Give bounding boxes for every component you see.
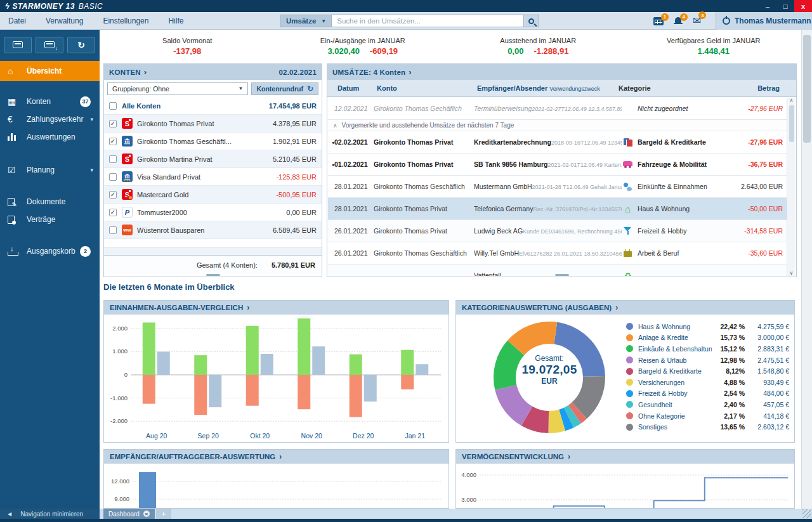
close-tab-icon[interactable]: ×	[143, 511, 150, 517]
umsatz-datum: 26.01.2021	[334, 227, 374, 235]
account-card-button[interactable]	[4, 37, 32, 53]
kategorienauswertung-header[interactable]: KATEGORIENAUSWERTUNG (AUSGABEN)›	[456, 301, 794, 315]
umsatz-betrag: -27,96 EUR	[731, 105, 787, 112]
pending-divider[interactable]: ∧Vorgemerkte und ausstehende Umsätze der…	[328, 120, 787, 131]
legend-item[interactable]: Einkäufe & Lebenshaltung 15,12 % 2.883,3…	[626, 343, 789, 355]
mail-notification[interactable]: ✉3	[693, 15, 701, 27]
legend-item[interactable]: Anlage & Kredite 15,73 % 3.000,00 €	[626, 332, 789, 344]
umsatz-row[interactable]: 12.02.2021 Girokonto Thomas Gechäflich T…	[328, 97, 787, 120]
menu-datei[interactable]: Datei	[0, 16, 37, 25]
calendar-notification[interactable]: 1	[653, 17, 664, 25]
umsatz-kategorie: Arbeit & Beruf	[622, 249, 731, 257]
scroll-up-icon[interactable]: ∧	[790, 98, 794, 103]
einnahmen-ausgaben-header[interactable]: EINNAHMEN-AUSGABEN-VERGLEICH›	[104, 301, 449, 315]
scrollbar-thumb[interactable]	[789, 105, 794, 142]
kontenrundruf-button[interactable]: Kontenrundruf↻	[251, 82, 318, 95]
konten-panel-header[interactable]: KONTEN› 02.02.2021	[104, 64, 322, 80]
account-checkbox[interactable]: ✓	[109, 120, 117, 127]
vermoegensentwicklung-header[interactable]: VERMÖGENSENTWICKLUNG›	[456, 450, 794, 464]
konten-row[interactable]: Alle Konten 17.454,98 EUR	[104, 97, 322, 115]
umsatz-row[interactable]: 26.01.2021 Girokonto Thomas Geschäftlich…	[328, 242, 787, 264]
sync-button[interactable]: ↻	[67, 37, 95, 53]
konten-row[interactable]: S Girokonto Martina Privat 5.210,45 EUR	[104, 150, 322, 168]
legend-item[interactable]: Reisen & Urlaub 12,98 % 2.475,51 €	[626, 355, 789, 366]
konten-row[interactable]: ✓ S Mastercard Gold -500,95 EUR	[104, 186, 322, 204]
legend-item[interactable]: Freizeit & Hobby 2,54 % 484,00 €	[626, 388, 789, 400]
umsatz-row[interactable]: 28.01.2021 Girokonto Thomas Privat Telef…	[328, 198, 787, 220]
account-checkbox[interactable]	[109, 173, 117, 181]
konten-row[interactable]: ✓ Girokonto Thomas Geschäftl... 1.902,91…	[104, 133, 322, 150]
account-checkbox[interactable]: ✓	[109, 209, 117, 216]
account-checkbox[interactable]	[109, 102, 117, 110]
close-button[interactable]: x	[794, 0, 812, 12]
search-input[interactable]	[332, 15, 524, 27]
search-button[interactable]	[524, 15, 539, 27]
umsaetze-scrollbar[interactable]: ∧ ∨	[787, 98, 796, 276]
legend-amount: 2.475,51 €	[745, 356, 789, 364]
count-badge: 2	[80, 246, 91, 257]
legend-item[interactable]: Bargeld & Kreditkarte 8,12% 1.548,80 €	[626, 365, 789, 377]
user-name: Thomas Mustermann	[735, 16, 811, 25]
sidebar-item-label: Auswertungen	[27, 133, 75, 141]
konten-row[interactable]: ww Wüstenrot Bausparen 6.589,45 EUR	[104, 221, 322, 239]
col-konto[interactable]: Konto	[377, 84, 477, 92]
resize-grip-icon[interactable]	[802, 509, 811, 518]
umsatz-row[interactable]: ● 02.02.2021 Girokonto Thomas Privat Kre…	[328, 131, 787, 153]
bell-notification[interactable]: 4	[674, 17, 683, 25]
legend-item[interactable]: Haus & Wohnung 22,42 % 4.275,59 €	[626, 321, 789, 332]
sidebar-item-ausgangskorb[interactable]: Ausgangskorb 2	[0, 242, 100, 260]
umsatz-konto: Girokonto Thomas Privat	[374, 227, 474, 235]
transfer-button[interactable]	[36, 37, 63, 53]
umsaetze-panel-header[interactable]: UMSÄTZE: 4 Konten›	[327, 64, 796, 80]
account-checkbox[interactable]	[109, 226, 117, 234]
user-menu[interactable]: Thomas Mustermann	[716, 12, 812, 30]
konten-row[interactable]: ✓ S Girokonto Thomas Privat 4.378,95 EUR	[104, 115, 322, 133]
empfaenger-auswertung-header[interactable]: EMPFÄNGER/AUFTRAGGEBER-AUSWERTUNG›	[104, 450, 449, 464]
legend-item[interactable]: Versicherungen 4,88 % 930,49 €	[626, 377, 789, 388]
account-balance: 6.589,45 EUR	[273, 226, 317, 234]
tab-dashboard[interactable]: Dashboard ×	[103, 509, 155, 519]
legend-item[interactable]: Gesundheit 2,40 % 457,05 €	[626, 399, 789, 410]
sidebar-item-uebersicht[interactable]: ⌂ Übersicht	[0, 61, 100, 81]
sidebar-item-planung[interactable]: ☑ Planung ▾	[0, 161, 100, 179]
collapse-navigation-button[interactable]: ◀ Navigation minimieren	[0, 509, 100, 519]
sidebar-item-zahlungsverkehr[interactable]: € Zahlungsverkehr ▾	[0, 110, 100, 128]
konten-row[interactable]: ✓ P Tommuster2000 0,00 EUR	[104, 204, 322, 221]
panel-resize-handle[interactable]	[206, 274, 220, 276]
col-datum[interactable]: Datum	[337, 84, 377, 92]
sidebar-item-label: Verträge	[27, 215, 55, 224]
umsatz-empfaenger: Kreditkartenabrechnung2018-09-16T12.06.4…	[474, 138, 622, 146]
umsatz-row[interactable]: ● 01.02.2021 Girokonto Thomas Privat SB …	[328, 153, 787, 176]
konten-row[interactable]: VISA Visa Standard Privat -125,83 EUR	[104, 168, 322, 186]
scroll-down-icon[interactable]: ∨	[790, 270, 794, 276]
summary-label: Ein-/Ausgänge im JANUAR	[320, 37, 405, 44]
umsatz-row[interactable]: 28.01.2021 Girokonto Thomas Geschäflich …	[328, 176, 787, 198]
menu-einstellungen[interactable]: Einstellungen	[95, 16, 160, 25]
account-checkbox[interactable]	[109, 155, 117, 163]
sidebar-item-label: Planung	[27, 166, 55, 174]
menu-hilfe[interactable]: Hilfe	[160, 16, 195, 25]
account-checkbox[interactable]: ✓	[109, 138, 117, 145]
search-scope-select[interactable]: Umsätze▼	[280, 15, 332, 27]
page-scrollbar[interactable]	[801, 30, 812, 509]
sidebar-item-dokumente[interactable]: Dokumente	[0, 193, 100, 211]
col-empfaenger[interactable]: Empfänger/Absender Verwendungszweck	[477, 84, 619, 92]
menu-verwaltung[interactable]: Verwaltung	[37, 16, 95, 25]
legend-item[interactable]: Sonstiges 13,65 % 2.603,12 €	[626, 421, 789, 433]
add-tab-button[interactable]: +	[156, 509, 171, 519]
col-betrag[interactable]: Betrag	[728, 84, 783, 92]
col-kategorie[interactable]: Kategorie	[619, 84, 728, 92]
panel-resize-handle[interactable]	[555, 274, 569, 276]
sidebar-item-konten[interactable]: ▦ Konten 37	[0, 93, 100, 110]
minimize-button[interactable]: –	[759, 0, 776, 12]
svg-text:2.000: 2.000	[112, 325, 128, 332]
maximize-button[interactable]: □	[776, 0, 794, 12]
scrollbar-thumb[interactable]	[803, 35, 811, 143]
grouping-select[interactable]: Gruppierung: Ohne▼	[107, 82, 248, 95]
sidebar-item-auswertungen[interactable]: Auswertungen	[0, 128, 100, 146]
umsaetze-list: 12.02.2021 Girokonto Thomas Gechäflich T…	[328, 97, 787, 276]
umsatz-row[interactable]: 26.01.2021 Girokonto Thomas Privat Ludwi…	[328, 220, 787, 242]
sidebar-item-vertraege[interactable]: Verträge	[0, 211, 100, 228]
legend-item[interactable]: Ohne Kategorie 2,17 % 414,18 €	[626, 410, 789, 422]
account-checkbox[interactable]: ✓	[109, 191, 117, 199]
